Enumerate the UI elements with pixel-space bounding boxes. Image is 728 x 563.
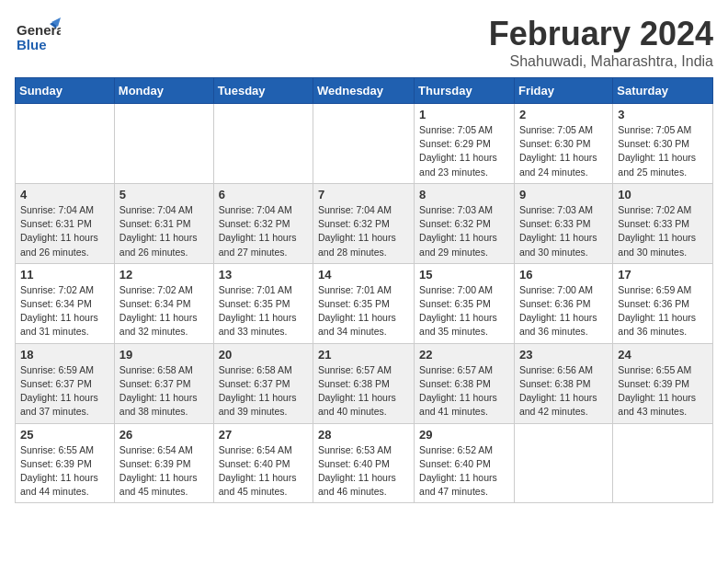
location-subtitle: Shahuwadi, Maharashtra, India: [489, 53, 713, 70]
weekday-header-wednesday: Wednesday: [313, 78, 415, 104]
calendar-cell: 29Sunrise: 6:52 AMSunset: 6:40 PMDayligh…: [415, 423, 515, 503]
calendar-cell: 23Sunrise: 6:56 AMSunset: 6:38 PMDayligh…: [514, 343, 612, 423]
day-number: 21: [318, 348, 409, 362]
day-info: Sunrise: 7:04 AMSunset: 6:32 PMDaylight:…: [318, 203, 409, 259]
calendar-cell: 24Sunrise: 6:55 AMSunset: 6:39 PMDayligh…: [613, 343, 713, 423]
calendar-cell: 13Sunrise: 7:01 AMSunset: 6:35 PMDayligh…: [213, 263, 313, 343]
calendar-cell: 5Sunrise: 7:04 AMSunset: 6:31 PMDaylight…: [114, 183, 213, 263]
day-number: 25: [20, 428, 109, 442]
day-number: 10: [618, 188, 708, 201]
month-title: February 2024: [489, 15, 713, 53]
day-number: 27: [219, 428, 308, 442]
calendar-cell: 11Sunrise: 7:02 AMSunset: 6:34 PMDayligh…: [16, 263, 115, 343]
day-info: Sunrise: 6:54 AMSunset: 6:40 PMDaylight:…: [219, 443, 308, 500]
day-info: Sunrise: 6:57 AMSunset: 6:38 PMDaylight:…: [318, 363, 409, 419]
day-number: 6: [219, 188, 308, 201]
day-info: Sunrise: 7:00 AMSunset: 6:36 PMDaylight:…: [519, 283, 608, 339]
day-info: Sunrise: 6:57 AMSunset: 6:38 PMDaylight:…: [419, 363, 509, 419]
calendar-week-2: 4Sunrise: 7:04 AMSunset: 6:31 PMDaylight…: [16, 183, 713, 263]
day-info: Sunrise: 7:04 AMSunset: 6:31 PMDaylight:…: [20, 203, 109, 259]
day-info: Sunrise: 6:59 AMSunset: 6:36 PMDaylight:…: [618, 283, 708, 339]
day-info: Sunrise: 6:58 AMSunset: 6:37 PMDaylight:…: [219, 363, 308, 419]
weekday-header-row: SundayMondayTuesdayWednesdayThursdayFrid…: [16, 78, 713, 104]
day-info: Sunrise: 7:04 AMSunset: 6:31 PMDaylight:…: [119, 203, 209, 259]
calendar-week-1: 1Sunrise: 7:05 AMSunset: 6:29 PMDaylight…: [16, 104, 713, 184]
calendar-cell: 2Sunrise: 7:05 AMSunset: 6:30 PMDaylight…: [514, 104, 612, 184]
weekday-header-monday: Monday: [114, 78, 213, 104]
calendar-cell: [313, 104, 415, 184]
calendar-cell: 9Sunrise: 7:03 AMSunset: 6:33 PMDaylight…: [514, 183, 612, 263]
day-info: Sunrise: 6:55 AMSunset: 6:39 PMDaylight:…: [618, 363, 708, 419]
day-number: 3: [618, 108, 708, 121]
calendar-cell: 17Sunrise: 6:59 AMSunset: 6:36 PMDayligh…: [613, 263, 713, 343]
calendar-week-3: 11Sunrise: 7:02 AMSunset: 6:34 PMDayligh…: [16, 263, 713, 343]
calendar-cell: [114, 104, 213, 184]
logo-icon: General Blue: [15, 15, 61, 64]
day-number: 2: [519, 108, 608, 121]
weekday-header-saturday: Saturday: [613, 78, 713, 104]
day-number: 1: [419, 108, 509, 121]
day-number: 26: [119, 428, 209, 442]
calendar-cell: 18Sunrise: 6:59 AMSunset: 6:37 PMDayligh…: [16, 343, 115, 423]
calendar-table: SundayMondayTuesdayWednesdayThursdayFrid…: [15, 77, 713, 503]
day-info: Sunrise: 7:02 AMSunset: 6:34 PMDaylight:…: [20, 283, 109, 339]
calendar-cell: 10Sunrise: 7:02 AMSunset: 6:33 PMDayligh…: [613, 183, 713, 263]
title-area: February 2024 Shahuwadi, Maharashtra, In…: [489, 15, 713, 70]
calendar-cell: 16Sunrise: 7:00 AMSunset: 6:36 PMDayligh…: [514, 263, 612, 343]
calendar-cell: 22Sunrise: 6:57 AMSunset: 6:38 PMDayligh…: [415, 343, 515, 423]
day-number: 28: [318, 428, 409, 442]
day-info: Sunrise: 7:05 AMSunset: 6:30 PMDaylight:…: [519, 123, 608, 179]
day-number: 8: [419, 188, 509, 201]
day-number: 7: [318, 188, 409, 201]
day-info: Sunrise: 7:03 AMSunset: 6:33 PMDaylight:…: [519, 203, 608, 259]
calendar-cell: [213, 104, 313, 184]
weekday-header-tuesday: Tuesday: [213, 78, 313, 104]
day-number: 12: [119, 268, 209, 282]
calendar-cell: [613, 423, 713, 503]
day-info: Sunrise: 6:54 AMSunset: 6:39 PMDaylight:…: [119, 443, 209, 500]
calendar-cell: 15Sunrise: 7:00 AMSunset: 6:35 PMDayligh…: [415, 263, 515, 343]
page-header: General Blue February 2024 Shahuwadi, Ma…: [15, 15, 713, 70]
day-number: 5: [119, 188, 209, 201]
day-info: Sunrise: 7:02 AMSunset: 6:34 PMDaylight:…: [119, 283, 209, 339]
day-number: 18: [20, 348, 109, 362]
calendar-cell: 27Sunrise: 6:54 AMSunset: 6:40 PMDayligh…: [213, 423, 313, 503]
day-number: 20: [219, 348, 308, 362]
calendar-cell: 26Sunrise: 6:54 AMSunset: 6:39 PMDayligh…: [114, 423, 213, 503]
day-number: 4: [20, 188, 109, 201]
calendar-cell: 4Sunrise: 7:04 AMSunset: 6:31 PMDaylight…: [16, 183, 115, 263]
day-info: Sunrise: 7:01 AMSunset: 6:35 PMDaylight:…: [219, 283, 308, 339]
weekday-header-thursday: Thursday: [415, 78, 515, 104]
calendar-week-4: 18Sunrise: 6:59 AMSunset: 6:37 PMDayligh…: [16, 343, 713, 423]
day-info: Sunrise: 7:01 AMSunset: 6:35 PMDaylight:…: [318, 283, 409, 339]
day-number: 15: [419, 268, 509, 282]
day-info: Sunrise: 7:05 AMSunset: 6:30 PMDaylight:…: [618, 123, 708, 179]
day-info: Sunrise: 6:53 AMSunset: 6:40 PMDaylight:…: [318, 443, 409, 500]
calendar-cell: 21Sunrise: 6:57 AMSunset: 6:38 PMDayligh…: [313, 343, 415, 423]
day-number: 24: [618, 348, 708, 362]
calendar-cell: [16, 104, 115, 184]
day-info: Sunrise: 7:02 AMSunset: 6:33 PMDaylight:…: [618, 203, 708, 259]
day-number: 11: [20, 268, 109, 282]
calendar-cell: [514, 423, 612, 503]
calendar-cell: 28Sunrise: 6:53 AMSunset: 6:40 PMDayligh…: [313, 423, 415, 503]
calendar-cell: 25Sunrise: 6:55 AMSunset: 6:39 PMDayligh…: [16, 423, 115, 503]
calendar-cell: 1Sunrise: 7:05 AMSunset: 6:29 PMDaylight…: [415, 104, 515, 184]
day-info: Sunrise: 6:55 AMSunset: 6:39 PMDaylight:…: [20, 443, 109, 500]
day-number: 29: [419, 428, 509, 442]
calendar-cell: 20Sunrise: 6:58 AMSunset: 6:37 PMDayligh…: [213, 343, 313, 423]
day-info: Sunrise: 6:59 AMSunset: 6:37 PMDaylight:…: [20, 363, 109, 419]
calendar-cell: 8Sunrise: 7:03 AMSunset: 6:32 PMDaylight…: [415, 183, 515, 263]
calendar-cell: 12Sunrise: 7:02 AMSunset: 6:34 PMDayligh…: [114, 263, 213, 343]
calendar-week-5: 25Sunrise: 6:55 AMSunset: 6:39 PMDayligh…: [16, 423, 713, 503]
day-number: 22: [419, 348, 509, 362]
logo: General Blue: [15, 15, 61, 64]
calendar-cell: 6Sunrise: 7:04 AMSunset: 6:32 PMDaylight…: [213, 183, 313, 263]
day-info: Sunrise: 6:56 AMSunset: 6:38 PMDaylight:…: [519, 363, 608, 419]
day-info: Sunrise: 6:58 AMSunset: 6:37 PMDaylight:…: [119, 363, 209, 419]
day-number: 23: [519, 348, 608, 362]
day-number: 17: [618, 268, 708, 282]
day-info: Sunrise: 7:00 AMSunset: 6:35 PMDaylight:…: [419, 283, 509, 339]
calendar-cell: 19Sunrise: 6:58 AMSunset: 6:37 PMDayligh…: [114, 343, 213, 423]
day-number: 13: [219, 268, 308, 282]
